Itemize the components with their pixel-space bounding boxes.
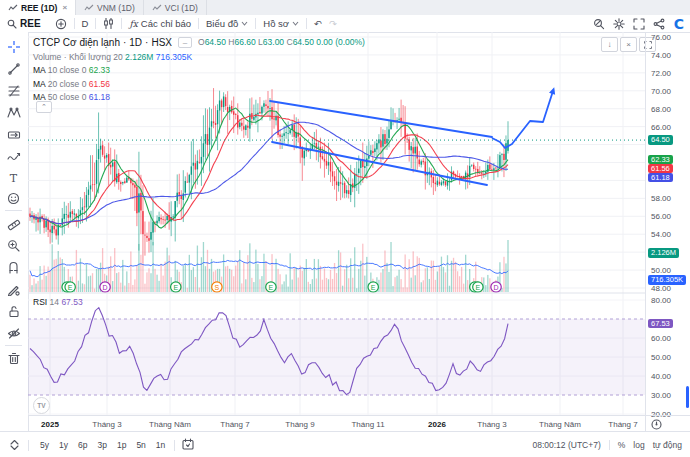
profile-label: Hồ sơ (263, 18, 289, 29)
axis-tick-label: 60.00 (651, 334, 671, 343)
time-tick-label: 2026 (428, 420, 446, 429)
price-badge: 62.33 (648, 155, 673, 165)
time-tick-label: Tháng 3 (477, 420, 506, 429)
tab-vci[interactable]: VCI (1D) (144, 0, 207, 15)
legend-collapse-button[interactable]: ⌃ (36, 101, 52, 113)
fib-retracement-tool[interactable] (5, 82, 22, 99)
undo-button[interactable]: ↶ (307, 15, 329, 32)
tab-ree[interactable]: REE (1D) × (0, 0, 76, 15)
svg-text:E: E (269, 284, 274, 291)
magnet-tool[interactable] (5, 259, 22, 276)
range-button-1y[interactable]: 1y (54, 440, 73, 450)
go-to-date-button[interactable] (175, 438, 201, 452)
toolbar-right-icons: C (590, 16, 690, 32)
price-badge: 61.18 (648, 173, 673, 183)
pane-close-button[interactable]: × (620, 37, 637, 52)
price-scale[interactable]: 76.0074.0072.0070.0068.0066.0058.0056.00… (645, 32, 690, 415)
range-button-6p[interactable]: 6p (73, 440, 92, 450)
trend-line-tool[interactable] (5, 60, 22, 77)
range-button-1n[interactable]: 1n (151, 440, 170, 450)
price-badge: 2.126M (648, 248, 679, 258)
price-chart-canvas[interactable]: EDESEEED (28, 32, 645, 415)
log-scale-button[interactable]: log (633, 440, 644, 450)
svg-text:S: S (215, 284, 220, 291)
range-button-5n[interactable]: 5n (131, 440, 150, 450)
fullscreen-button[interactable] (630, 16, 648, 31)
chart-style-button[interactable] (96, 15, 121, 32)
time-tick-label: Tháng 7 (608, 420, 637, 429)
svg-text:D: D (103, 284, 108, 291)
xabcd-pattern-tool[interactable] (5, 104, 22, 121)
auto-scale-button[interactable]: tự động (653, 440, 682, 450)
settings-button[interactable] (610, 16, 628, 31)
hide-drawings-tool[interactable] (5, 325, 22, 342)
share-button[interactable] (650, 16, 668, 31)
axis-tick-label: 30.00 (651, 391, 671, 400)
broker-logo[interactable]: C (674, 16, 684, 32)
tab-close-icon[interactable]: × (62, 3, 67, 12)
text-tool[interactable]: T (5, 170, 22, 187)
draw-mode-tool[interactable] (5, 281, 22, 298)
zoom-in-tool[interactable] (5, 237, 22, 254)
range-button-1p[interactable]: 1p (112, 440, 131, 450)
interval-button[interactable]: D (75, 15, 96, 32)
symbol-search-button[interactable]: REE (0, 15, 48, 32)
percent-scale-button[interactable]: % (618, 440, 626, 450)
indicators-button[interactable]: ƒx Các chỉ báo (122, 15, 198, 32)
tab-label: VCI (1D) (165, 3, 198, 13)
compare-button[interactable] (48, 15, 74, 32)
lock-drawings-tool[interactable] (5, 303, 22, 320)
profile-button[interactable]: Hồ sơ (256, 15, 306, 32)
magnifier-slash-icon (593, 18, 605, 30)
interval-label: D (82, 18, 89, 29)
wave-tool[interactable] (5, 148, 22, 165)
tab-vnm[interactable]: VNM (1D) (76, 0, 144, 15)
pane-move-down-button[interactable]: ↓ (601, 37, 618, 52)
remove-drawings-tool[interactable] (5, 350, 22, 367)
emoji-tool[interactable] (5, 190, 22, 207)
timezone-corner[interactable] (645, 415, 690, 432)
crosshair-tool[interactable] (5, 38, 22, 55)
quick-search-button[interactable] (590, 16, 608, 31)
time-tick-label: Tháng Năm (539, 420, 581, 429)
bottom-divider (609, 440, 610, 450)
toolbar-separator (5, 210, 22, 211)
axis-tick-label: 76.00 (651, 33, 671, 42)
time-scale[interactable]: 2025Tháng 3Tháng NămTháng 7Tháng 9Tháng … (28, 415, 645, 432)
svg-text:E: E (173, 284, 178, 291)
range-button-3p[interactable]: 3p (92, 440, 111, 450)
price-badge: 716.305K (648, 275, 686, 285)
range-button-5y[interactable]: 5y (35, 440, 54, 450)
chevron-down-icon (241, 21, 248, 26)
chart-tab-icon (152, 4, 162, 12)
time-tick-label: Tháng 11 (351, 420, 384, 429)
legend-more-button[interactable]: – (178, 37, 192, 48)
chart-plot-area[interactable]: EDESEEED (28, 32, 645, 415)
toolbar-separator (5, 345, 22, 346)
chart-tab-bar: REE (1D) × VNM (1D) VCI (1D) (0, 0, 690, 16)
tradingview-watermark[interactable]: TV (33, 397, 50, 414)
bottom-right-controls: 08:00:12 (UTC+7) % log tự động (532, 440, 690, 450)
axis-tick-label: 56.00 (651, 212, 671, 221)
time-tick-label: Tháng 7 (220, 420, 249, 429)
search-icon (7, 19, 17, 29)
redo-button[interactable]: ↷ (329, 15, 344, 32)
calendar-icon (182, 438, 194, 450)
fullscreen-icon (633, 18, 645, 30)
object-tree-button[interactable] (0, 439, 28, 451)
scrollbar-thumb[interactable] (686, 386, 689, 408)
tab-label: REE (1D) (21, 3, 57, 13)
price-badge: 64.50 (648, 135, 673, 145)
axis-tick-label: 48.00 (651, 284, 671, 293)
axis-tick-label: 58.00 (651, 194, 671, 203)
measure-tool[interactable] (5, 215, 22, 232)
candlestick-icon (103, 18, 114, 29)
axis-tick-label: 66.00 (651, 123, 671, 132)
gear-icon (613, 18, 625, 30)
trading-chart-app: REE (1D) × VNM (1D) VCI (1D) REE D (0, 0, 690, 457)
clock-text[interactable]: 08:00:12 (UTC+7) (532, 440, 600, 450)
position-tool[interactable] (5, 126, 22, 143)
chart-layout-button[interactable]: Biểu đồ (199, 15, 255, 32)
axis-tick-label: 68.00 (651, 105, 671, 114)
svg-text:E: E (68, 284, 73, 291)
